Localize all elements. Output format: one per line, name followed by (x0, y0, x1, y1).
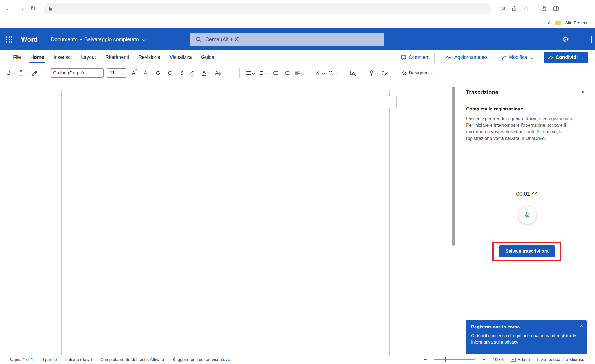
styles-button[interactable] (315, 68, 325, 79)
chevron-down-icon (301, 71, 304, 74)
tab-inserisci[interactable]: Inserisci (49, 50, 76, 64)
panel-section-heading: Completa la registrazione (466, 106, 523, 112)
paste-button[interactable] (18, 68, 27, 79)
toast-body: Ottieni il consenso di ogni persona prim… (471, 333, 582, 345)
designer-sparkle-icon (401, 70, 406, 76)
bookmarks-overflow-chevron[interactable]: » (547, 20, 550, 26)
text-completion-status[interactable]: Completamento del testo: Attivata (100, 357, 164, 362)
browser-menu-icon[interactable]: ⋮ (578, 3, 590, 14)
increase-indent-button[interactable] (283, 68, 291, 79)
numbered-list-button[interactable] (258, 68, 267, 79)
microphone-icon (525, 212, 530, 219)
alignment-button[interactable] (295, 68, 303, 79)
language-indicator[interactable]: Italiano (Italia) (65, 357, 92, 362)
comments-label: Commenti (409, 55, 431, 60)
tab-guida[interactable]: Guida (196, 50, 219, 64)
panel-description: Lascia l'apertura del riquadro durante l… (466, 115, 576, 142)
folder-icon (555, 20, 561, 25)
save-and-transcribe-button[interactable]: Salva e trascrivi ora (499, 245, 555, 257)
tab-revisione[interactable]: Revisione (134, 50, 165, 64)
chevron-down-icon (322, 71, 325, 74)
bullet-list-button[interactable] (246, 68, 255, 79)
extensions-puzzle-icon[interactable] (538, 3, 550, 14)
update-button[interactable]: Aggiornamento (441, 52, 491, 63)
italic-button[interactable]: C (166, 68, 174, 79)
header-search-box[interactable] (190, 33, 384, 46)
settings-gear-icon[interactable]: ⚙ (562, 35, 569, 44)
edit-mode-button[interactable]: Modifica (498, 52, 537, 63)
grow-font-button[interactable]: A ˆ (130, 68, 138, 79)
chevron-down-icon (531, 56, 534, 59)
more-tools-button[interactable]: ··· (437, 68, 445, 79)
numbered-list-icon (258, 71, 264, 75)
styles-pen-icon (315, 71, 321, 76)
privacy-policy-link[interactable]: Informativa sulla privacy (471, 340, 518, 344)
zoom-slider[interactable] (434, 359, 475, 360)
chevron-down-icon (122, 71, 125, 74)
page-count[interactable]: Pagina 1 di 1 (8, 357, 33, 362)
bookmark-star-icon[interactable]: ☆ (520, 3, 532, 14)
shrink-font-mark: ˇ (147, 69, 148, 74)
browser-back-button[interactable]: ← (3, 2, 15, 15)
tab-riferimenti[interactable]: Riferimenti (101, 50, 134, 64)
app-launcher-icon[interactable] (6, 36, 12, 43)
share-icon[interactable] (508, 3, 520, 14)
document-scrollbar[interactable] (452, 87, 455, 246)
document-title[interactable]: Documento - Salvataggio completato (51, 36, 145, 42)
comment-anchor-box[interactable] (385, 96, 397, 108)
tab-home[interactable]: Home (26, 50, 49, 64)
share-button[interactable]: Condividi (544, 52, 588, 63)
format-painter-icon (32, 70, 38, 76)
zoom-level[interactable]: 100% (492, 357, 504, 362)
zoom-in-button[interactable]: + (482, 357, 485, 363)
designer-button[interactable]: Designer (401, 68, 433, 79)
tab-file[interactable]: File (8, 50, 26, 64)
font-color-button[interactable]: A (202, 68, 210, 79)
bold-button[interactable]: G (154, 68, 162, 79)
search-input[interactable] (205, 36, 378, 43)
dictate-button[interactable] (369, 68, 377, 79)
decrease-indent-button[interactable] (271, 68, 279, 79)
highlight-button[interactable] (189, 68, 198, 79)
undo-button[interactable]: ↺ (6, 68, 15, 79)
document-page[interactable] (61, 90, 390, 355)
chevron-down-icon (208, 71, 211, 74)
panel-close-icon[interactable]: × (581, 89, 585, 95)
browser-address-bar[interactable] (44, 3, 491, 14)
format-painter-button[interactable] (31, 68, 39, 79)
decrease-indent-icon (272, 71, 278, 75)
side-panel-icon[interactable] (550, 3, 562, 14)
pulse-icon (445, 55, 452, 60)
record-microphone-button[interactable] (518, 206, 536, 224)
toast-close-icon[interactable]: × (580, 323, 583, 329)
browser-reload-button[interactable]: ↻ (27, 2, 39, 15)
comments-button[interactable]: Commenti (397, 52, 435, 63)
more-formatting-button[interactable]: ··· (225, 68, 234, 79)
underline-button[interactable]: S (177, 68, 186, 79)
clear-formatting-button[interactable]: A (214, 68, 222, 79)
browser-forward-button[interactable]: → (15, 2, 27, 15)
find-button[interactable] (328, 68, 337, 79)
shrink-font-button[interactable]: A ˇ (142, 68, 150, 79)
immersive-reader-button[interactable] (349, 68, 357, 79)
zoom-out-button[interactable]: − (424, 357, 427, 363)
app-name[interactable]: Word (21, 36, 38, 43)
font-name-select[interactable]: Calibri (Corpo) (51, 68, 104, 78)
font-size-select[interactable]: 11 (107, 68, 126, 78)
zoom-slider-thumb[interactable] (445, 357, 446, 362)
tab-layout[interactable]: Layout (76, 50, 101, 64)
document-name[interactable]: Documento (51, 36, 78, 42)
toolbar-separator (239, 68, 240, 78)
video-camera-icon[interactable] (496, 3, 508, 14)
word-count[interactable]: 0 parole (42, 357, 57, 362)
editor-suggestions-status[interactable]: Suggerimenti editor: visualizzati (173, 357, 233, 362)
tab-visualizza[interactable]: Visualizza (165, 50, 196, 64)
editor-button[interactable] (381, 68, 389, 79)
editor-pen-icon (382, 71, 388, 76)
fit-to-width-button[interactable]: Adatta (511, 357, 530, 362)
chevron-down-icon (99, 71, 102, 74)
bookmarks-folder-label[interactable]: Altri Preferiti (565, 20, 588, 25)
bookmarks-bar: » Altri Preferiti (0, 17, 595, 28)
feedback-link[interactable]: Invia feedback a Microsoft (537, 357, 587, 362)
shrink-font-letter: A (144, 71, 147, 76)
